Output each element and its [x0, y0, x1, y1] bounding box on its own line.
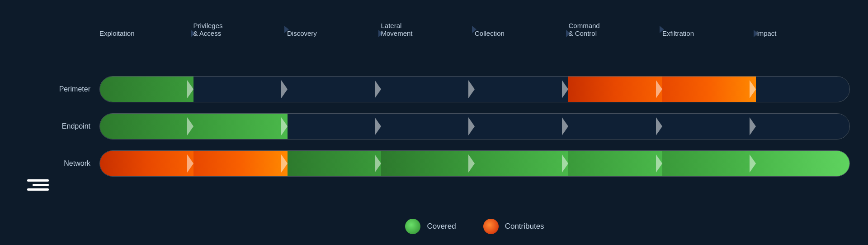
header-command: Command& Control [569, 22, 663, 37]
header-lateral: LateralMovement [381, 22, 475, 37]
legend-covered: Covered [405, 219, 456, 234]
legend-contributes-icon [483, 219, 499, 234]
legend-contributes-label: Contributes [505, 222, 544, 231]
network-seg-1 [100, 151, 193, 176]
legend-contributes: Contributes [483, 219, 544, 234]
perimeter-seg-5 [475, 77, 568, 102]
endpoint-track [99, 113, 850, 139]
logo-line-3 [27, 188, 49, 191]
endpoint-seg-5 [475, 114, 568, 139]
network-label: Network [18, 159, 90, 168]
endpoint-seg-3 [288, 114, 381, 139]
perimeter-seg-7 [662, 77, 756, 102]
network-seg-3 [288, 151, 381, 176]
perimeter-seg-8 [756, 77, 849, 102]
perimeter-seg-1 [100, 77, 193, 102]
header-collection: Collection [475, 29, 569, 37]
endpoint-seg-7 [662, 114, 756, 139]
header-collection-label: Collection [475, 29, 505, 37]
endpoint-seg-2 [193, 114, 287, 139]
header-row: Exploitation Privileges& Access Discover… [99, 9, 850, 41]
header-impact-label: Impact [756, 29, 777, 37]
legend-covered-label: Covered [427, 222, 456, 231]
header-privileges-label: Privileges& Access [193, 22, 223, 37]
network-seg-6 [568, 151, 662, 176]
network-seg-5 [475, 151, 568, 176]
header-discovery-label: Discovery [287, 29, 317, 37]
perimeter-seg-2 [193, 77, 287, 102]
logo-line-2 [33, 184, 49, 186]
network-seg-4 [381, 151, 475, 176]
chart-area: Exploitation Privileges& Access Discover… [99, 9, 850, 236]
header-lateral-label: LateralMovement [381, 22, 413, 37]
perimeter-track [99, 76, 850, 102]
logo-line-1 [27, 179, 49, 182]
network-seg-2 [193, 151, 287, 176]
header-discovery: Discovery [287, 29, 381, 37]
rows-area: Perimeter Endpoint [99, 41, 850, 211]
header-exploitation: Exploitation [99, 29, 193, 37]
network-track [99, 150, 850, 177]
network-row: Network [99, 148, 850, 179]
perimeter-seg-6 [568, 77, 662, 102]
header-command-label: Command& Control [569, 22, 600, 37]
endpoint-label: Endpoint [18, 122, 90, 130]
perimeter-row: Perimeter [99, 73, 850, 105]
perimeter-seg-3 [288, 77, 381, 102]
header-exfiltration-label: Exfiltration [662, 29, 694, 37]
main-container: Exploitation Privileges& Access Discover… [0, 0, 868, 245]
perimeter-label: Perimeter [18, 85, 90, 93]
perimeter-seg-4 [381, 77, 475, 102]
network-seg-8 [756, 151, 849, 176]
endpoint-row: Endpoint [99, 110, 850, 142]
endpoint-seg-8 [756, 114, 849, 139]
header-exploitation-label: Exploitation [99, 29, 135, 37]
logo [27, 179, 49, 191]
network-seg-7 [662, 151, 756, 176]
endpoint-seg-6 [568, 114, 662, 139]
legend-covered-icon [405, 219, 420, 234]
endpoint-seg-4 [381, 114, 475, 139]
endpoint-seg-1 [100, 114, 193, 139]
header-exfiltration: Exfiltration [662, 29, 756, 37]
legend: Covered Contributes [99, 211, 850, 236]
header-impact: Impact [756, 29, 850, 37]
header-privileges: Privileges& Access [193, 22, 288, 37]
